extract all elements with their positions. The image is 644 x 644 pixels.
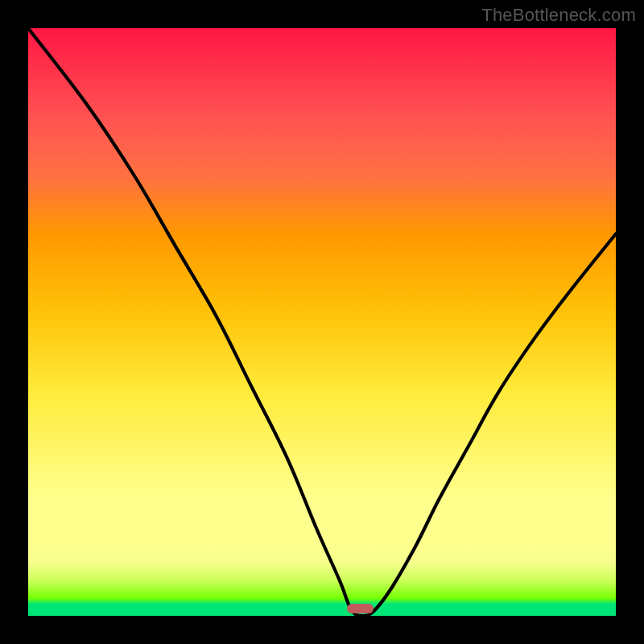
plot-area <box>28 28 616 616</box>
watermark-label: TheBottleneck.com <box>481 5 636 26</box>
optimal-marker <box>347 604 374 613</box>
chart-frame: TheBottleneck.com <box>0 0 644 644</box>
bottleneck-curve <box>28 28 616 616</box>
